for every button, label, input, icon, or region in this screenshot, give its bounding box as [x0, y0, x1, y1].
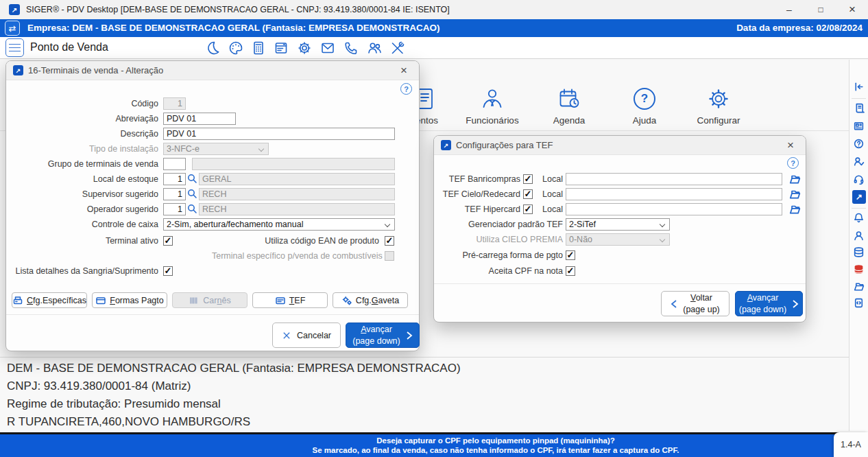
utiliza-ean-checkbox[interactable]: ✓ — [385, 236, 394, 246]
controle-caixa-select[interactable]: 2-Sim, abertura/fechamento manual — [163, 218, 395, 231]
code-file-icon[interactable] — [853, 297, 865, 309]
configurar-label[interactable]: Configurar — [684, 115, 753, 126]
aceita-cpf-checkbox[interactable]: ✓ — [566, 266, 575, 276]
lista-sangria-checkbox[interactable]: ✓ — [163, 266, 173, 276]
user-icon[interactable] — [853, 230, 865, 242]
dialog2-separator — [434, 283, 806, 284]
cielo-premia-label: Utiliza CIELO PREMIA — [434, 233, 563, 246]
dialog1-close-icon[interactable]: × — [396, 62, 412, 79]
dialog1-avancar-button[interactable]: Avançar (page down) — [346, 323, 420, 348]
terminal-ativo-label: Terminal ativo — [6, 235, 158, 247]
ajuda-icon[interactable]: ? — [634, 88, 655, 110]
tef-cielo-local-field[interactable] — [566, 188, 782, 200]
voltar-button[interactable]: Voltar (page up) — [661, 291, 730, 316]
carnes-button: Carnês — [172, 292, 248, 308]
user-check-icon[interactable] — [853, 156, 865, 167]
cfg-gaveta-button[interactable]: Cfg.Gaveta — [333, 292, 408, 308]
users-icon[interactable] — [366, 40, 383, 56]
controle-caixa-label: Controle de caixa — [6, 218, 158, 231]
cancel-x-icon — [282, 331, 291, 340]
database-red-icon[interactable] — [853, 263, 865, 275]
precarrega-pgto-checkbox[interactable]: ✓ — [566, 250, 575, 260]
collapse-panel-icon[interactable] — [853, 81, 865, 93]
ajuda-label[interactable]: Ajuda — [617, 115, 672, 126]
terminal-ativo-checkbox[interactable]: ✓ — [163, 236, 173, 246]
agenda-icon[interactable] — [557, 86, 581, 111]
funcionarios-label[interactable]: Funcionários — [451, 115, 533, 126]
cfg-especificas-label: Cfg.Específicas — [27, 296, 86, 305]
switch-company-icon[interactable]: ⇄ — [5, 21, 20, 36]
theme-palette-icon[interactable] — [228, 40, 244, 56]
tef-hipercard-label: TEF Hipercard — [434, 203, 520, 215]
grupo-terminais-code-field[interactable] — [163, 158, 186, 170]
supervisor-label: Supervisor sugerido — [6, 188, 158, 200]
cancelar-button[interactable]: Cancelar — [272, 323, 341, 348]
configurar-icon[interactable] — [706, 86, 731, 111]
menu-hamburger-icon[interactable] — [5, 38, 24, 57]
avancar2-sub-label: (page down) — [739, 305, 787, 314]
dialog2-close-icon[interactable]: × — [782, 137, 799, 154]
dialog1-titlebar[interactable]: ↗ 16-Terminais de venda - Alteração × — [6, 61, 419, 80]
aceita-cpf-label: Aceita CPF na nota — [434, 265, 563, 277]
dialog2-avancar-button[interactable]: Avançar (page down) — [735, 291, 803, 316]
codigo-field: 1 — [163, 97, 186, 110]
info-separator-line — [0, 357, 849, 358]
agenda-label[interactable]: Agenda — [535, 115, 603, 126]
operador-code-field[interactable]: 1 — [163, 203, 186, 215]
tef-banricompras-folder-icon[interactable] — [788, 173, 801, 185]
folder-icon[interactable] — [853, 281, 865, 292]
formas-pagto-button[interactable]: Formas Pagto — [92, 292, 167, 308]
company-info-name: DEM - BASE DE DEMONSTRACAO GERAL (Fantas… — [7, 360, 624, 377]
tef-hipercard-local-label: Local — [527, 203, 563, 215]
database-icon[interactable] — [853, 246, 865, 258]
minimize-button[interactable]: – — [773, 0, 805, 19]
supervisor-search-icon[interactable] — [187, 189, 197, 199]
tef-label: TEF — [289, 296, 306, 305]
dialog2-titlebar[interactable]: ↗ Configurações para TEF × — [434, 136, 806, 155]
maximize-button[interactable]: □ — [805, 0, 836, 19]
form-panel-icon[interactable] — [273, 40, 289, 56]
help-circle-icon[interactable] — [853, 138, 865, 150]
phone-icon[interactable] — [343, 40, 359, 56]
toolbar: Ponto de Venda — [0, 37, 868, 59]
company-info-regime: Regime de tributação: Presumido mensal — [7, 395, 624, 413]
grupo-terminais-label: Grupo de terminais de venda — [6, 158, 158, 170]
local-estoque-search-icon[interactable] — [187, 174, 197, 184]
local-estoque-label: Local de estoque — [6, 173, 158, 185]
local-estoque-code-field[interactable]: 1 — [163, 173, 186, 185]
supervisor-code-field[interactable]: 1 — [163, 188, 186, 200]
cfg-especificas-button[interactable]: Cfg.Específicas — [12, 292, 87, 308]
tef-cielo-folder-icon[interactable] — [788, 188, 801, 200]
gerenciador-tef-select[interactable]: 2-SiTef — [566, 218, 670, 231]
close-button[interactable]: × — [836, 0, 868, 19]
register-icon — [12, 295, 23, 306]
tef-banricompras-local-field[interactable] — [566, 173, 782, 185]
sidebar-separator — [852, 208, 866, 209]
calculator-icon[interactable] — [250, 40, 267, 56]
tef-button[interactable]: TEF — [252, 292, 328, 308]
settings-gear-icon[interactable] — [296, 40, 313, 56]
tef-cielo-local-label: Local — [527, 188, 563, 200]
company-info-cnpj: CNPJ: 93.419.380/0001-84 (Matriz) — [7, 377, 624, 395]
window-title: SIGER® - PDV Desktop [DEM-BASE DE DEMONS… — [26, 5, 450, 14]
news-icon[interactable] — [853, 120, 865, 132]
dialog1-help-icon[interactable]: ? — [400, 83, 412, 95]
tools-icon[interactable] — [389, 40, 406, 56]
siger-active-icon[interactable]: ↗ — [852, 190, 866, 204]
tef-hipercard-folder-icon[interactable] — [788, 203, 801, 215]
descricao-field[interactable]: PDV 01 — [163, 128, 395, 140]
mail-icon[interactable] — [320, 40, 336, 56]
funcionarios-icon[interactable] — [480, 86, 505, 111]
dialog2-help-icon[interactable]: ? — [787, 157, 799, 169]
receipt-scroll-icon[interactable] — [853, 102, 865, 114]
status-question: Deseja capturar o CPF pelo equipamento p… — [165, 436, 827, 445]
bell-icon[interactable] — [853, 212, 865, 224]
card-icon — [275, 295, 286, 306]
abreviacao-label: Abreviação — [6, 113, 158, 125]
abreviacao-field[interactable]: PDV 01 — [163, 113, 236, 125]
dialog-configuracoes-tef: ↗ Configurações para TEF × ? TEF Banrico… — [433, 135, 806, 323]
operador-search-icon[interactable] — [187, 204, 197, 214]
tef-hipercard-local-field[interactable] — [566, 203, 782, 215]
headset-support-icon[interactable] — [853, 174, 865, 185]
dark-mode-moon-icon[interactable] — [204, 40, 221, 56]
